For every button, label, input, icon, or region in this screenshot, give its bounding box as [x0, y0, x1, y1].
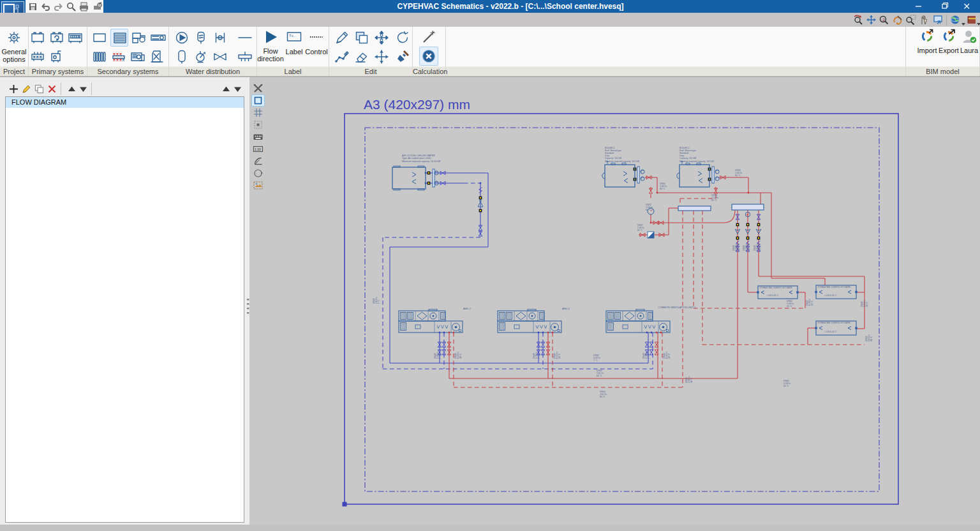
valve-icon[interactable]	[212, 49, 228, 65]
move-icon[interactable]	[373, 49, 390, 65]
scroll-up-button[interactable]	[221, 84, 232, 94]
scale-icon[interactable]: 1.00	[251, 143, 265, 155]
laura-icon[interactable]	[961, 28, 977, 45]
general-options-icon[interactable]	[6, 29, 22, 46]
pump-icon[interactable]	[174, 29, 190, 46]
angle-icon[interactable]	[251, 155, 265, 167]
pressure-pump-icon[interactable]	[193, 49, 209, 65]
frame-icon[interactable]	[251, 94, 265, 107]
fan-coil-icon[interactable]	[130, 49, 146, 65]
delete-button[interactable]	[47, 84, 57, 94]
pipe[interactable]	[724, 210, 735, 223]
list-item-flow-diagram[interactable]: FLOW DIAGRAM	[6, 97, 244, 108]
boiler-unit[interactable]	[677, 161, 709, 187]
general-options-label[interactable]: General options	[0, 48, 33, 63]
edit-icon[interactable]	[334, 29, 350, 46]
pipe-label: DN321.06 l/s60 °C	[637, 224, 644, 232]
tools-icon[interactable]	[251, 82, 265, 94]
print-icon[interactable]	[78, 1, 89, 11]
maximize-button[interactable]	[933, 0, 954, 13]
storage-tank-icon[interactable]	[174, 49, 190, 65]
chiller-icon[interactable]	[48, 29, 65, 46]
drawing-canvas[interactable]: A3 (420x297) mmSTORAGE TANK. DOMESTIC HO…	[265, 77, 980, 525]
chiller-unit[interactable]	[392, 166, 426, 190]
move-down-button[interactable]	[78, 84, 89, 94]
minimize-button[interactable]	[907, 0, 929, 13]
hx-unit[interactable]: STORAGE TANK. DOMESTIC HOT WATER< 0.58 l…	[815, 321, 857, 335]
control-icon[interactable]	[308, 29, 325, 45]
move-nodes-icon[interactable]	[373, 29, 390, 46]
zoom-previous-icon[interactable]	[852, 14, 865, 26]
import-icon[interactable]	[919, 28, 935, 45]
keyboard-entry-icon[interactable]	[251, 131, 265, 143]
pipe-icon[interactable]	[237, 29, 253, 46]
edit-button[interactable]	[21, 84, 32, 94]
redraw-icon[interactable]	[891, 14, 903, 26]
radiator-icon[interactable]	[91, 49, 108, 65]
orbit-icon[interactable]	[251, 167, 265, 179]
solar-collector-icon[interactable]	[29, 49, 46, 65]
copy-icon[interactable]	[353, 29, 370, 46]
redo-icon[interactable]	[53, 1, 64, 11]
condensing-unit-icon[interactable]	[67, 29, 84, 46]
underfloor-heating-icon[interactable]	[110, 49, 127, 65]
pan-icon[interactable]	[918, 14, 930, 26]
boiler-icon[interactable]	[48, 49, 65, 65]
mani-unit[interactable]	[678, 206, 711, 211]
hx-unit[interactable]: STORAGE TANK. DOMESTIC HOT WATER< 0.58 l…	[757, 286, 798, 299]
ahu-unit[interactable]	[399, 309, 463, 355]
boiler-unit[interactable]	[602, 161, 635, 187]
ribbon-group-project: General options Project	[0, 27, 29, 76]
shutter-unit-icon[interactable]	[110, 29, 128, 47]
label-icon[interactable]: Tx..	[286, 29, 302, 45]
erase-icon[interactable]	[353, 49, 370, 65]
svg-text:STORAGE TANK. DOMESTIC HOT WAT: STORAGE TANK. DOMESTIC HOT WATER	[818, 322, 850, 324]
rotate-icon[interactable]	[394, 29, 411, 46]
flow-direction-icon[interactable]	[262, 29, 279, 45]
group-label-secondary-systems: Secondary systems	[87, 66, 168, 76]
copy-button[interactable]	[34, 84, 45, 94]
zoom-icon[interactable]	[66, 1, 77, 11]
connect-icon[interactable]	[949, 14, 961, 26]
ahu-unit[interactable]	[606, 309, 670, 355]
laura-label[interactable]: Laura	[955, 47, 980, 54]
edit-polyline-icon[interactable]	[334, 49, 350, 65]
svg-text:Tx..: Tx..	[289, 34, 295, 38]
panel-splitter[interactable]	[246, 297, 250, 318]
scroll-down-button[interactable]	[232, 84, 243, 94]
export-icon[interactable]	[940, 28, 957, 45]
send-to-window-icon[interactable]	[932, 14, 944, 26]
split-system-icon[interactable]	[131, 29, 147, 46]
duct-unit-icon[interactable]	[150, 29, 167, 46]
connect-caret-icon[interactable]	[961, 23, 965, 26]
print-options-icon[interactable]	[92, 1, 103, 11]
save-icon[interactable]	[27, 1, 38, 11]
air-handling-unit-icon[interactable]	[149, 49, 165, 65]
zoom-scale-icon[interactable]: -2	[878, 14, 890, 26]
expansion-vessel-icon[interactable]	[193, 29, 209, 46]
snap-icon[interactable]	[251, 119, 265, 131]
control-label[interactable]: Control	[302, 48, 331, 56]
zoom-extents-icon[interactable]	[865, 14, 877, 26]
close-button[interactable]	[956, 0, 977, 13]
hx-unit[interactable]: STORAGE TANK. DOMESTIC HOT WATER< 0.58 l…	[815, 285, 857, 299]
pipe-label: DN320.43 l/s7 °C	[593, 354, 600, 362]
wizard-icon[interactable]	[420, 29, 437, 45]
add-button[interactable]	[8, 84, 19, 94]
manifold-icon[interactable]	[237, 49, 253, 65]
pipe-label: DN502.12 l/s7 °C	[373, 297, 380, 304]
image-icon[interactable]	[251, 179, 265, 191]
zoom-window-icon[interactable]	[905, 14, 917, 26]
format-paint-icon[interactable]	[394, 49, 411, 65]
grid-icon[interactable]	[251, 107, 265, 119]
pipe-label: DN320.58 l/s45 °C	[806, 299, 813, 306]
control-valve-icon[interactable]	[212, 29, 228, 46]
undo-icon[interactable]	[40, 1, 51, 11]
ahu-unit[interactable]	[498, 309, 561, 355]
heat-pump-icon[interactable]	[29, 29, 46, 46]
zone-icon[interactable]	[91, 29, 108, 46]
mani-unit[interactable]	[732, 204, 764, 210]
calculate-button[interactable]	[419, 47, 438, 66]
help-caret-icon[interactable]	[977, 23, 980, 26]
move-up-button[interactable]	[66, 84, 77, 94]
